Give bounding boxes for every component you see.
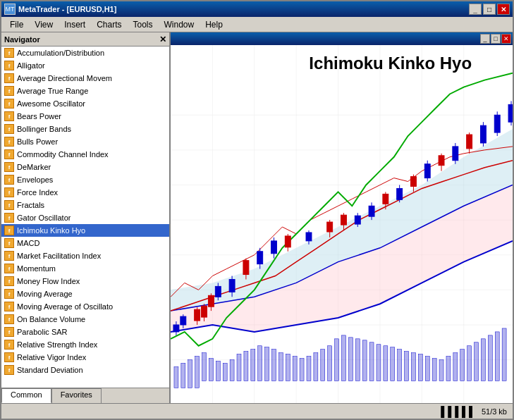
svg-rect-83 [215, 286, 221, 297]
menu-item-view[interactable]: View [29, 18, 59, 31]
minimize-button[interactable]: _ [469, 4, 482, 15]
menu-bar: FileViewInsertChartsToolsWindowHelp [1, 17, 513, 32]
title-bar-left: MT MetaTrader - [EURUSD,H1] [4, 4, 116, 15]
nav-item-label: Ichimoku Kinko Hyo [17, 226, 85, 235]
tab-favorites[interactable]: Favorites [51, 388, 102, 403]
svg-rect-87 [306, 233, 312, 241]
main-area: Navigator ✕ fAccumulation/DistributionfA… [1, 32, 513, 403]
menu-item-charts[interactable]: Charts [91, 18, 127, 31]
svg-rect-81 [173, 325, 179, 332]
nav-item[interactable]: fBulls Power [1, 135, 169, 148]
nav-item-icon: f [4, 162, 14, 172]
nav-item[interactable]: fRelative Strength Index [1, 338, 169, 351]
navigator-close-button[interactable]: ✕ [159, 35, 166, 44]
svg-rect-109 [208, 295, 214, 307]
nav-item[interactable]: fIchimoku Kinko Hyo [1, 224, 169, 237]
mdi-maximize-button[interactable]: □ [491, 34, 501, 44]
svg-rect-36 [300, 359, 304, 381]
svg-rect-35 [293, 357, 297, 381]
nav-item[interactable]: fCommodity Channel Index [1, 148, 169, 161]
nav-item[interactable]: fAlligator [1, 59, 169, 72]
nav-item[interactable]: fDeMarker [1, 161, 169, 173]
svg-rect-90 [397, 188, 403, 199]
nav-item-label: Accumulation/Distribution [17, 49, 104, 57]
svg-rect-56 [439, 360, 443, 381]
tab-common[interactable]: Common [1, 388, 51, 403]
nav-item-label: Envelopes [17, 175, 53, 184]
nav-item[interactable]: fAverage True Range [1, 85, 169, 97]
svg-rect-43 [348, 338, 353, 381]
nav-item[interactable]: fStandard Deviation [1, 364, 169, 376]
nav-item-icon: f [4, 302, 14, 311]
nav-item-label: Average True Range [17, 87, 88, 95]
svg-rect-113 [341, 215, 347, 225]
nav-item-label: Bollinger Bands [17, 125, 71, 133]
svg-rect-30 [258, 346, 262, 381]
mdi-minimize-button[interactable]: _ [480, 34, 490, 44]
nav-item[interactable]: fFractals [1, 199, 169, 211]
maximize-button[interactable]: □ [483, 4, 496, 15]
nav-item[interactable]: fAwesome Oscillator [1, 97, 169, 110]
svg-rect-31 [265, 347, 269, 381]
title-bar-buttons: _ □ ✕ [469, 4, 510, 15]
nav-item[interactable]: fMACD [1, 237, 169, 249]
nav-item[interactable]: fEnvelopes [1, 173, 169, 186]
menu-item-file[interactable]: File [4, 18, 29, 31]
svg-rect-110 [243, 261, 249, 275]
window-title: MetaTrader - [EURUSD,H1] [18, 5, 116, 13]
nav-item-icon: f [4, 175, 14, 185]
nav-item-icon: f [4, 352, 14, 362]
nav-item-icon: f [4, 99, 14, 109]
nav-item[interactable]: fAccumulation/Distribution [1, 47, 169, 59]
nav-item-icon: f [4, 73, 14, 83]
nav-item[interactable]: fMoving Average [1, 288, 169, 300]
nav-item-label: Alligator [17, 61, 45, 70]
nav-item[interactable]: fMomentum [1, 262, 169, 275]
svg-rect-64 [495, 332, 499, 381]
nav-item-label: Average Directional Movem [17, 74, 112, 82]
svg-rect-88 [355, 216, 360, 224]
nav-item[interactable]: fBears Power [1, 110, 169, 123]
svg-rect-112 [327, 222, 333, 232]
nav-item[interactable]: fMoving Average of Oscillato [1, 300, 169, 313]
nav-item-label: Commodity Channel Index [17, 150, 109, 159]
svg-rect-42 [342, 335, 346, 381]
svg-rect-115 [410, 177, 416, 187]
close-button[interactable]: ✕ [497, 4, 510, 15]
svg-rect-25 [223, 364, 227, 381]
nav-item-label: Bears Power [17, 112, 61, 121]
svg-rect-45 [362, 340, 367, 381]
nav-item[interactable]: fParabolic SAR [1, 326, 169, 338]
nav-item-label: Gator Oscillator [17, 214, 71, 222]
nav-item[interactable]: fBollinger Bands [1, 123, 169, 135]
menu-item-insert[interactable]: Insert [59, 18, 91, 31]
nav-item[interactable]: fAverage Directional Movem [1, 72, 169, 85]
nav-item-icon: f [4, 251, 14, 261]
nav-item[interactable]: fOn Balance Volume [1, 313, 169, 326]
menu-item-tools[interactable]: Tools [128, 18, 159, 31]
navigator-list[interactable]: fAccumulation/DistributionfAlligatorfAve… [1, 47, 169, 388]
title-bar: MT MetaTrader - [EURUSD,H1] _ □ ✕ [1, 1, 513, 17]
nav-item[interactable]: fForce Index [1, 186, 169, 199]
nav-item[interactable]: fMarket Facilitation Index [1, 249, 169, 262]
nav-item-label: Standard Deviation [17, 366, 83, 374]
svg-rect-84 [229, 279, 235, 292]
svg-rect-38 [314, 353, 318, 381]
nav-item-icon: f [4, 365, 14, 375]
svg-rect-62 [481, 339, 485, 381]
mdi-title-bar: _ □ ✕ [171, 32, 513, 45]
svg-rect-89 [369, 206, 374, 216]
nav-item[interactable]: fRelative Vigor Index [1, 351, 169, 364]
menu-item-help[interactable]: Help [200, 18, 228, 31]
svg-rect-37 [307, 357, 311, 381]
mdi-close-button[interactable]: ✕ [501, 34, 511, 44]
nav-item[interactable]: fMoney Flow Index [1, 275, 169, 288]
menu-item-window[interactable]: Window [159, 18, 200, 31]
nav-item[interactable]: fGator Oscillator [1, 211, 169, 224]
navigator-panel: Navigator ✕ fAccumulation/DistributionfA… [1, 32, 171, 403]
svg-rect-23 [209, 359, 213, 381]
nav-item-icon: f [4, 111, 14, 121]
nav-item-icon: f [4, 289, 14, 299]
svg-rect-52 [411, 353, 415, 381]
status-bar: ▌▌▌▌▌ 51/3 kb [1, 403, 513, 419]
